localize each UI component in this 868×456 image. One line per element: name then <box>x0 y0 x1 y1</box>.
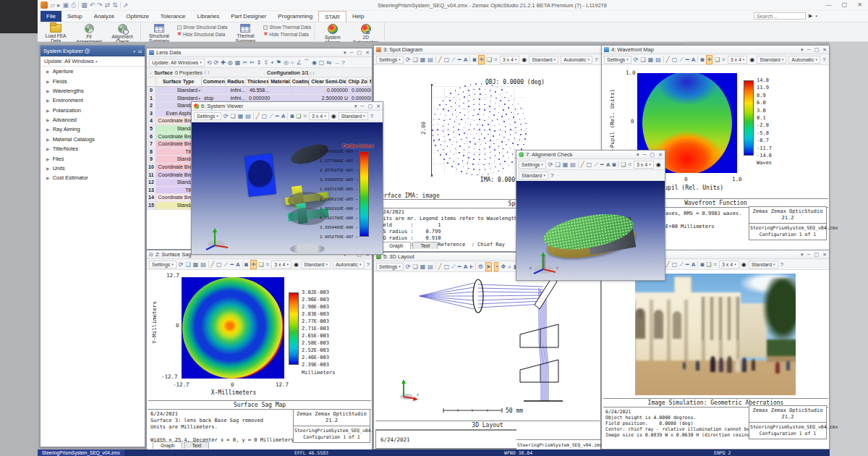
copy-icon[interactable]: ❏ <box>231 112 236 120</box>
minimize-icon[interactable]: ─ <box>361 104 365 109</box>
save-image-icon[interactable]: ▦ <box>238 112 244 120</box>
configuration-tab[interactable]: Configuration 1/1 <box>267 70 309 75</box>
flag-icon[interactable]: ⚑ <box>276 59 281 67</box>
refresh-icon[interactable]: ⟳ <box>179 261 184 269</box>
insert-surface-icon[interactable]: ✚ <box>221 59 226 67</box>
ribbon-tab-programming[interactable]: Programming <box>272 11 318 22</box>
lock-icon[interactable]: ◙ <box>700 56 704 64</box>
column-header-chip-zone[interactable]: Chip Zone <box>346 77 368 86</box>
rectangle-tool-icon[interactable]: ▢ <box>444 56 450 64</box>
ray-line-icon[interactable]: ⟋ <box>224 261 229 269</box>
save-image-icon[interactable]: ▦ <box>193 261 199 269</box>
rectangle-tool-icon[interactable]: ▢ <box>216 261 222 269</box>
maximize-icon[interactable]: ▢ <box>357 50 362 56</box>
text-tool-icon[interactable]: A <box>236 261 240 269</box>
app-icon[interactable] <box>41 1 48 9</box>
refresh-all-icon[interactable]: ⟳ <box>213 59 218 67</box>
help-icon[interactable]: ? <box>367 261 370 269</box>
copy-icon[interactable]: ❏ <box>413 263 418 271</box>
refresh-icon[interactable]: ⇄ <box>105 1 111 9</box>
hide-structural-data-toggle[interactable]: ✕Hide Structural Data <box>177 31 227 37</box>
refresh-icon[interactable]: ⟳ <box>224 112 229 120</box>
settings-dropdown[interactable]: Settings▾ <box>519 161 546 169</box>
line-tool-icon[interactable]: ╱ <box>666 56 670 64</box>
pan-icon[interactable]: ✛ <box>250 260 257 269</box>
prev-icon[interactable]: ⟨ <box>205 70 206 75</box>
fit-assessment-button[interactable]: Fit Assessment <box>74 23 104 44</box>
close-icon[interactable]: ✕ <box>365 50 370 56</box>
chevron-down-icon[interactable]: ⌄ <box>149 70 152 75</box>
record-icon[interactable]: ◉ <box>294 261 299 269</box>
radius-cell[interactable]: Infini... <box>227 87 247 94</box>
print-icon[interactable]: ▤ <box>200 261 206 269</box>
properties-tab[interactable]: 0 Properties <box>175 70 203 75</box>
ray-line-icon[interactable]: ⟋ <box>679 261 684 269</box>
new-file-icon[interactable]: ▱ <box>50 1 55 9</box>
row-index-cell[interactable]: 15 <box>147 202 156 209</box>
ribbon-tab-help[interactable]: Help <box>346 11 370 22</box>
row-index-cell[interactable]: 14 <box>147 194 156 201</box>
row-index-cell[interactable]: 1 <box>147 95 156 102</box>
surface-type-cell[interactable]: Standard <box>156 87 203 94</box>
layers-icon[interactable]: ❏ <box>715 56 720 64</box>
line-tool-icon[interactable]: ╱ <box>666 261 670 269</box>
show-thermal-data-toggle[interactable]: Show Thermal Data <box>263 25 310 30</box>
row-index-cell[interactable]: 2 <box>147 102 156 109</box>
tab-graph[interactable]: Graph <box>153 442 182 449</box>
fit-icon[interactable]: Ⱶ <box>469 263 472 271</box>
load-fea-data-button[interactable]: Load FEA Data <box>41 23 71 43</box>
structural-summary-button[interactable]: Structural Summary <box>144 23 174 43</box>
save-image-icon[interactable]: ▦ <box>420 56 426 64</box>
clear-semi-dia-cell[interactable]: 2.500000 U <box>312 95 350 102</box>
rectangle-tool-icon[interactable]: ▢ <box>262 112 268 120</box>
standard-dropdown[interactable]: Standard▾ <box>757 56 786 64</box>
sidebar-item-aperture[interactable]: ▶Aperture <box>41 67 145 76</box>
camera-icon[interactable]: ⌗ <box>722 56 726 64</box>
standard-dropdown[interactable]: Standard▾ <box>529 56 558 64</box>
ribbon-tab-tolerance[interactable]: Tolerance <box>155 11 192 22</box>
line-tool-icon[interactable]: ╱ <box>256 112 260 120</box>
copy-icon[interactable]: ❏ <box>413 56 418 64</box>
column-header-thickness[interactable]: Thickness <box>246 77 269 86</box>
search-input[interactable] <box>754 12 806 20</box>
pin-icon[interactable]: ▾ <box>637 152 639 158</box>
redo-icon[interactable]: ↷ <box>97 1 103 9</box>
text-tool-icon[interactable]: A <box>464 56 468 64</box>
sidebar-item-cost-estimator[interactable]: ▶Cost Estimator <box>41 173 145 182</box>
sidebar-item-files[interactable]: ▶Files <box>41 153 145 163</box>
record-icon[interactable]: ◉ <box>331 112 336 120</box>
share-icon[interactable]: ⇗ <box>123 1 129 9</box>
zoom-icon[interactable]: ⌕ <box>508 263 511 271</box>
lock-icon[interactable]: ◙ <box>612 161 616 169</box>
standard-dropdown[interactable]: Standard▾ <box>301 261 331 269</box>
save-image-icon[interactable]: ▦ <box>563 161 569 169</box>
help-icon[interactable]: ? <box>550 172 553 180</box>
radius-cell[interactable]: Infini... <box>227 95 247 102</box>
pin-icon[interactable]: ▾ <box>354 104 357 109</box>
print-icon[interactable]: ⎙ <box>71 1 76 9</box>
clear-semi-dia-cell[interactable]: 0.000000 <box>312 87 350 94</box>
pan-icon[interactable]: ✥ <box>501 263 506 271</box>
row-index-cell[interactable]: 8 <box>147 148 156 156</box>
text-tool-icon[interactable]: A <box>606 161 610 169</box>
thick-line-icon[interactable]: ━ <box>458 56 461 64</box>
automatic-dropdown[interactable]: Automatic▾ <box>333 261 365 269</box>
help-icon[interactable]: ? <box>85 48 90 54</box>
coating-cell[interactable] <box>293 87 312 94</box>
record-icon[interactable]: ◉ <box>749 56 754 64</box>
camera-icon[interactable]: ⌗ <box>266 261 270 269</box>
text-tool-icon[interactable]: A <box>692 56 696 64</box>
alignment-3d-scene[interactable]: xz <box>516 181 665 280</box>
pan-icon[interactable]: ✛ <box>706 55 712 64</box>
row-index-cell[interactable]: 3 <box>147 110 156 117</box>
globe-icon[interactable]: ◍ <box>228 59 233 67</box>
copy-icon[interactable]: ❏ <box>641 56 646 64</box>
ray-line-icon[interactable]: ⟋ <box>269 112 273 120</box>
ribbon-tab-file[interactable]: File <box>41 11 61 22</box>
thick-line-icon[interactable]: ━ <box>600 161 604 169</box>
thickness-cell[interactable]: 0.000000 <box>247 95 271 102</box>
arrow-right-icon[interactable]: → <box>333 59 339 67</box>
settings-dropdown[interactable]: Settings▾ <box>194 112 221 120</box>
surface-type-cell[interactable]: Standard <box>156 95 203 102</box>
surface-tab[interactable]: Surface <box>154 70 173 75</box>
